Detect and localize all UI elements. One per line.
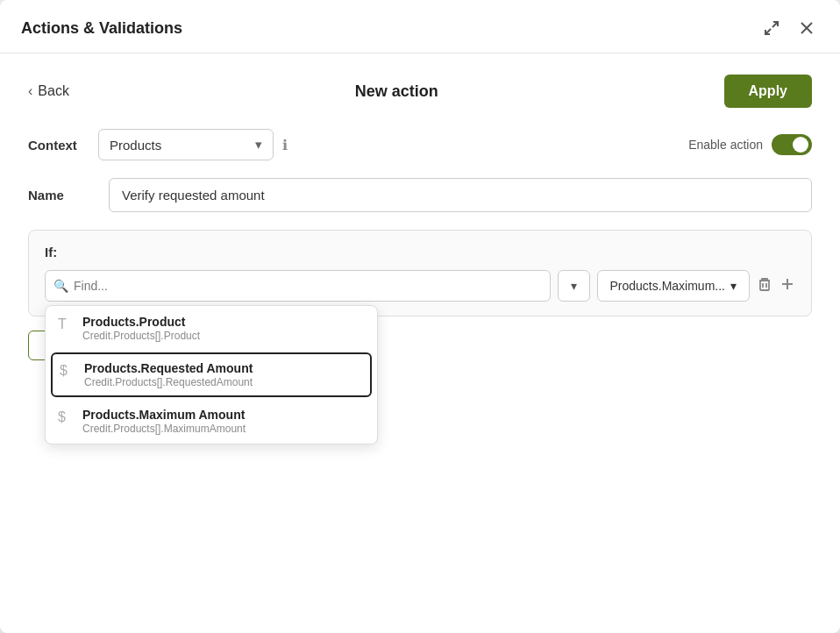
header-icons — [759, 16, 819, 40]
close-button[interactable] — [794, 16, 819, 40]
dropdown-list: T Products.Product Credit.Products[].Pro… — [45, 305, 378, 445]
name-row: Name — [28, 178, 812, 212]
back-button[interactable]: ‹ Back — [28, 83, 69, 99]
context-value: Products — [110, 138, 161, 153]
enable-action-toggle[interactable] — [772, 134, 812, 155]
modal: Actions & Validations ‹ — [0, 0, 840, 633]
name-label: Name — [28, 188, 98, 203]
field-select-label: Products.Maximum... — [610, 279, 725, 293]
delete-condition-button[interactable] — [757, 276, 772, 296]
enable-action-row: Enable action — [688, 134, 812, 155]
if-label: If: — [45, 245, 795, 260]
item-path: Credit.Products[].Product — [82, 330, 200, 342]
list-item[interactable]: T Products.Product Credit.Products[].Pro… — [46, 306, 377, 351]
context-chevron-icon: ▾ — [255, 137, 262, 153]
modal-title: Actions & Validations — [21, 19, 182, 38]
back-label: Back — [38, 83, 69, 99]
modal-body: ‹ Back New action Apply Context Products… — [0, 53, 840, 633]
field-select-button[interactable]: Products.Maximum... ▾ — [597, 270, 750, 302]
find-input[interactable] — [45, 270, 551, 302]
list-item[interactable]: $ Products.Requested Amount Credit.Produ… — [51, 352, 372, 397]
enable-action-label: Enable action — [688, 138, 763, 152]
text-type-icon: T — [58, 316, 74, 332]
find-input-wrap: 🔍 T Products.Product Credit.Products[].P… — [45, 270, 551, 302]
search-icon: 🔍 — [53, 279, 68, 293]
back-chevron-icon: ‹ — [28, 83, 32, 99]
item-name: Products.Requested Amount — [84, 361, 253, 375]
if-action-icons — [757, 276, 795, 296]
context-select[interactable]: Products ▾ — [98, 129, 274, 160]
if-block: If: 🔍 T Products.Product Credit.Products… — [28, 230, 812, 316]
item-path: Credit.Products[].RequestedAmount — [84, 376, 253, 388]
apply-button[interactable]: Apply — [724, 75, 812, 108]
info-icon[interactable]: ℹ — [282, 137, 288, 153]
toggle-slider — [772, 134, 812, 155]
chevron-down-icon: ▾ — [571, 279, 577, 293]
item-path: Credit.Products[].MaximumAmount — [82, 423, 246, 435]
new-action-title: New action — [355, 82, 438, 101]
name-input[interactable] — [109, 178, 812, 212]
svg-rect-4 — [760, 281, 769, 290]
context-row: Context Products ▾ ℹ Enable action — [28, 129, 812, 160]
currency-type-icon: $ — [58, 409, 74, 425]
item-name: Products.Product — [82, 315, 200, 329]
modal-header: Actions & Validations — [0, 0, 840, 53]
expand-button[interactable] — [759, 16, 784, 40]
item-name: Products.Maximum Amount — [82, 408, 246, 422]
field-chevron-icon: ▾ — [730, 279, 737, 293]
context-label: Context — [28, 138, 98, 153]
if-controls: 🔍 T Products.Product Credit.Products[].P… — [45, 270, 795, 302]
toolbar-row: ‹ Back New action Apply — [28, 75, 812, 108]
add-condition-button[interactable] — [779, 276, 795, 296]
currency-type-icon: $ — [60, 363, 75, 379]
operator-dropdown[interactable]: ▾ — [558, 270, 590, 302]
list-item[interactable]: $ Products.Maximum Amount Credit.Product… — [46, 399, 377, 444]
